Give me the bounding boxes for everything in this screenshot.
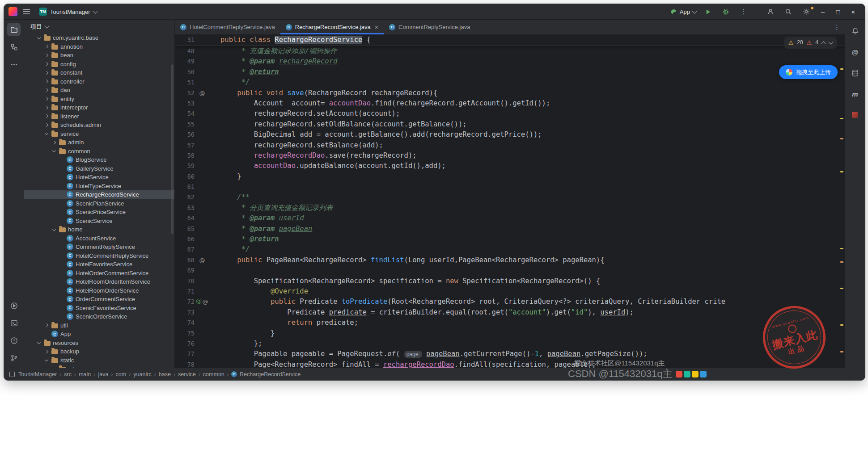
database-button[interactable]	[848, 66, 862, 80]
line-number[interactable]: 52	[175, 88, 195, 98]
code-line[interactable]: 59 accountDao.updateBalance(account.getI…	[175, 161, 845, 171]
tree-item[interactable]: CHotelRoomOrderService	[24, 286, 174, 295]
breadcrumb-item[interactable]: service	[178, 371, 196, 378]
breadcrumb-item[interactable]: src	[64, 371, 72, 378]
notifications-button[interactable]	[848, 24, 862, 38]
tree-item[interactable]: entity	[24, 95, 174, 104]
line-number[interactable]: 69	[175, 265, 195, 276]
code-line[interactable]: 51 */	[175, 77, 845, 88]
close-button[interactable]: ×	[846, 5, 860, 18]
tree-item[interactable]: CRechargeRecordService	[24, 190, 174, 199]
line-number[interactable]: 60	[175, 172, 195, 182]
code-line[interactable]: 70 Specification<RechargeRecord> specifi…	[175, 276, 845, 286]
line-number[interactable]: 50	[175, 67, 195, 77]
sticky-header-line[interactable]: 31 public class RechargeRecordService {	[175, 35, 845, 46]
tree-item[interactable]: admin	[24, 365, 174, 368]
line-number[interactable]: 64	[175, 213, 195, 223]
tree-item[interactable]: util	[24, 321, 174, 330]
tree-item[interactable]: CScenicPriceService	[24, 208, 174, 217]
line-number[interactable]: 77	[175, 349, 195, 359]
code-line[interactable]: 54 rechargeRecord.setAccount(account);	[175, 109, 845, 119]
tree-chevron-icon[interactable]	[51, 366, 57, 368]
gutter-icons[interactable]: @	[195, 88, 210, 98]
breadcrumb-item[interactable]: RechargeRecordService	[239, 371, 301, 378]
breadcrumb-item[interactable]: common	[203, 371, 225, 378]
line-number[interactable]: 48	[175, 46, 195, 56]
line-number[interactable]: 59	[175, 161, 195, 171]
search-everywhere-button[interactable]	[780, 5, 797, 18]
tree-item[interactable]: CAccountService	[24, 234, 174, 243]
tree-item[interactable]: annotion	[24, 42, 174, 51]
tree-chevron-icon[interactable]	[44, 70, 49, 76]
breadcrumb-item[interactable]: java	[97, 371, 109, 378]
tree-item[interactable]: CScenicFavoritesService	[24, 304, 174, 313]
ai-assistant-button[interactable]: @	[848, 45, 862, 59]
tree-item[interactable]: CScenicPlanService	[24, 199, 174, 208]
tree-item[interactable]: bean	[24, 51, 174, 60]
tree-item[interactable]: service	[24, 130, 174, 138]
debug-button[interactable]	[717, 5, 734, 18]
tree-chevron-icon[interactable]	[36, 35, 42, 41]
breadcrumb-item[interactable]: base	[158, 371, 171, 378]
project-selector[interactable]: TM TouristManager	[35, 6, 101, 17]
code-line[interactable]: 73 Predicate predicate = criteriaBuilder…	[175, 307, 845, 318]
code-line[interactable]: 50 * @return	[175, 67, 845, 77]
tree-item[interactable]: schedule.admin	[24, 121, 174, 130]
breadcrumb-item[interactable]: yuanlrc	[133, 371, 152, 378]
code-line[interactable]: 72Ⓞ@ public Predicate toPredicate(Root<R…	[175, 297, 845, 307]
code-line[interactable]: 61	[175, 182, 845, 192]
version-control-tool-window-button[interactable]	[7, 351, 21, 365]
code-line[interactable]: 74 return predicate;	[175, 318, 845, 328]
code-editor[interactable]: 31 public class RechargeRecordService { …	[175, 35, 845, 368]
tree-item[interactable]: listener	[24, 112, 174, 121]
line-number[interactable]: 62	[175, 192, 195, 202]
tree-item[interactable]: CHotelTypeService	[24, 182, 174, 191]
tree-scrollbar[interactable]	[171, 64, 174, 234]
line-number[interactable]: 57	[175, 140, 195, 151]
tree-item[interactable]: CScenicService	[24, 217, 174, 226]
code-line[interactable]: 58 rechargeRecordDao.save(rechargeRecord…	[175, 151, 845, 161]
tab-close-icon[interactable]: ×	[375, 24, 378, 31]
code-line[interactable]: 56 BigDecimal add = account.getBalance()…	[175, 130, 845, 140]
tree-chevron-icon[interactable]	[44, 131, 49, 136]
tree-chevron-icon[interactable]	[51, 140, 57, 145]
drag-upload-button[interactable]: 拖拽至此上传	[779, 65, 838, 79]
tree-chevron-icon[interactable]	[44, 122, 49, 128]
structure-tool-window-button[interactable]	[7, 40, 21, 54]
line-number[interactable]: 58	[175, 151, 195, 161]
tree-item[interactable]: constant	[24, 68, 174, 77]
inspections-widget[interactable]: ⚠ 20 ⚠ 4	[784, 37, 837, 49]
line-number[interactable]: 61	[175, 182, 195, 192]
tree-item[interactable]: home	[24, 225, 174, 234]
tree-item[interactable]: com.yuanlrc.base	[24, 34, 174, 42]
tree-item[interactable]: CApp	[24, 330, 174, 339]
code-line[interactable]: 60 }	[175, 172, 845, 182]
code-with-me-button[interactable]	[762, 5, 779, 18]
editor-tab[interactable]: CHotelCommentReplyService.java	[175, 20, 280, 34]
code-line[interactable]: 67 */	[175, 244, 845, 255]
code-line[interactable]: 78 Page<RechargeRecord> findAll = rechar…	[175, 360, 845, 368]
code-line[interactable]: 76 };	[175, 339, 845, 349]
tree-item[interactable]: CScenicOrderService	[24, 312, 174, 321]
tree-chevron-icon[interactable]	[44, 96, 49, 101]
code-line[interactable]: 69	[175, 265, 845, 276]
previous-problem-icon[interactable]	[821, 41, 826, 46]
line-number[interactable]: 56	[175, 130, 195, 140]
tree-item[interactable]: common	[24, 147, 174, 156]
code-line[interactable]: 77 Pageable pageable = PageRequest.of( p…	[175, 349, 845, 359]
breadcrumb-item[interactable]: TouristManager	[18, 371, 57, 378]
line-number[interactable]: 54	[175, 109, 195, 119]
line-number[interactable]: 53	[175, 98, 195, 109]
line-number[interactable]: 51	[175, 77, 195, 88]
tree-item[interactable]: resources	[24, 339, 174, 348]
tree-chevron-icon[interactable]	[44, 349, 49, 354]
line-number[interactable]: 73	[175, 307, 195, 318]
line-number[interactable]: 75	[175, 328, 195, 339]
terminal-tool-window-button[interactable]	[7, 316, 21, 330]
editor-tab[interactable]: CCommentReplyService.java	[384, 20, 475, 34]
tree-item[interactable]: backup	[24, 347, 174, 356]
code-line[interactable]: 63 * 分页查询充值金额记录列表	[175, 203, 845, 213]
line-number[interactable]: 68	[175, 255, 195, 265]
tree-chevron-icon[interactable]	[44, 323, 49, 328]
line-number[interactable]: 71	[175, 286, 195, 297]
